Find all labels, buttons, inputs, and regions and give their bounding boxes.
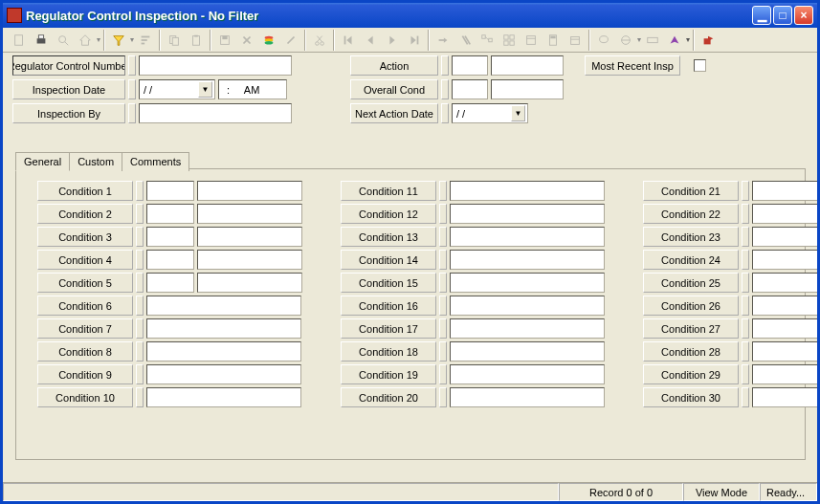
condition-label[interactable]: Condition 19 [341, 364, 436, 384]
condition-input[interactable] [450, 181, 605, 201]
condition-label[interactable]: Condition 5 [37, 273, 133, 293]
grip[interactable] [742, 273, 749, 293]
next-icon[interactable] [382, 30, 403, 51]
grip[interactable] [439, 273, 447, 293]
condition-label[interactable]: Condition 8 [37, 341, 133, 362]
grip[interactable] [136, 204, 144, 224]
condition-input[interactable] [450, 387, 605, 407]
calc-icon[interactable] [543, 30, 564, 51]
condition-input[interactable] [450, 204, 605, 224]
condition-label[interactable]: Condition 30 [643, 387, 739, 407]
condition-label[interactable]: Condition 4 [37, 250, 133, 270]
condition-label[interactable]: Condition 11 [341, 181, 436, 201]
condition-input[interactable] [752, 364, 819, 384]
form-icon[interactable] [521, 30, 542, 51]
copy-icon[interactable] [164, 30, 185, 51]
condition-input[interactable] [752, 250, 819, 270]
grip[interactable] [742, 204, 749, 224]
keyboard-icon[interactable] [642, 30, 663, 51]
condition-extra[interactable] [197, 273, 302, 293]
inspection-date-input[interactable]: / / ▼ [139, 79, 215, 99]
grip[interactable] [136, 364, 144, 384]
condition-input[interactable] [450, 227, 605, 247]
grip[interactable] [128, 55, 136, 76]
grip[interactable] [742, 296, 749, 316]
inspection-time-input[interactable] [218, 79, 287, 99]
grip[interactable] [136, 227, 144, 247]
condition-input[interactable] [752, 387, 819, 407]
tab-general[interactable]: General [15, 152, 70, 171]
reg-ctrl-number-label[interactable]: Regulator Control Number [12, 55, 125, 76]
condition-extra[interactable] [197, 204, 302, 224]
maximize-button[interactable]: □ [773, 6, 792, 25]
condition-extra[interactable] [197, 181, 302, 201]
condition-input[interactable] [146, 341, 301, 362]
condition-label[interactable]: Condition 27 [643, 318, 739, 339]
tab-custom[interactable]: Custom [69, 152, 122, 171]
grip[interactable] [439, 341, 447, 362]
close-button[interactable]: × [794, 6, 813, 25]
condition-input[interactable] [752, 181, 819, 201]
chat-icon[interactable] [593, 30, 614, 51]
action-text-input[interactable] [491, 55, 564, 76]
grip[interactable] [136, 341, 144, 362]
condition-label[interactable]: Condition 13 [341, 227, 436, 247]
save-icon[interactable] [214, 30, 235, 51]
grip[interactable] [441, 55, 449, 76]
condition-input[interactable] [146, 204, 194, 224]
condition-label[interactable]: Condition 16 [341, 296, 436, 316]
grip[interactable] [136, 387, 144, 407]
grip[interactable] [136, 296, 144, 316]
next-action-date-label[interactable]: Next Action Date [350, 103, 438, 123]
chevron-down-icon[interactable]: ▼ [511, 105, 525, 121]
condition-input[interactable] [146, 318, 301, 339]
goto-icon[interactable] [432, 30, 454, 51]
layers-icon[interactable] [258, 30, 279, 51]
condition-label[interactable]: Condition 22 [643, 204, 739, 224]
condition-input[interactable] [450, 341, 605, 362]
next-action-date-input[interactable]: / / ▼ [452, 103, 528, 123]
condition-label[interactable]: Condition 24 [643, 250, 739, 270]
paste-icon[interactable] [186, 30, 207, 51]
delete-icon[interactable] [236, 30, 257, 51]
condition-input[interactable] [752, 296, 819, 316]
grip[interactable] [742, 364, 749, 384]
grip[interactable] [742, 341, 749, 362]
condition-input[interactable] [450, 318, 605, 339]
minimize-button[interactable]: ▁ [752, 6, 771, 25]
condition-label[interactable]: Condition 6 [37, 296, 133, 316]
condition-label[interactable]: Condition 21 [643, 181, 739, 201]
condition-label[interactable]: Condition 25 [643, 273, 739, 293]
grip[interactable] [742, 181, 749, 201]
condition-input[interactable] [146, 250, 194, 270]
condition-label[interactable]: Condition 1 [37, 181, 133, 201]
grip[interactable] [742, 318, 749, 339]
grip[interactable] [441, 103, 449, 123]
condition-label[interactable]: Condition 2 [37, 204, 133, 224]
condition-label[interactable]: Condition 29 [643, 364, 739, 384]
condition-input[interactable] [146, 364, 301, 384]
condition-label[interactable]: Condition 28 [643, 341, 739, 362]
reg-ctrl-number-input[interactable] [139, 55, 292, 76]
inspection-by-input[interactable] [139, 103, 292, 123]
condition-label[interactable]: Condition 17 [341, 318, 436, 339]
sort-icon[interactable] [135, 30, 156, 51]
condition-input[interactable] [752, 204, 819, 224]
grid-icon[interactable] [499, 30, 520, 51]
filter-icon[interactable] [108, 30, 129, 51]
most-recent-insp-checkbox[interactable] [694, 59, 706, 72]
exit-icon[interactable] [698, 30, 719, 51]
action-label[interactable]: Action [350, 55, 438, 76]
grip[interactable] [136, 273, 144, 293]
edit-icon[interactable] [280, 30, 301, 51]
home-icon[interactable] [75, 30, 96, 51]
overall-cond-label[interactable]: Overall Cond [350, 79, 438, 99]
condition-extra[interactable] [197, 227, 302, 247]
overall-cond-code-input[interactable] [452, 79, 488, 99]
condition-extra[interactable] [197, 250, 302, 270]
condition-label[interactable]: Condition 3 [37, 227, 133, 247]
condition-input[interactable] [146, 273, 194, 293]
grip[interactable] [441, 79, 449, 99]
overall-cond-text-input[interactable] [491, 79, 564, 99]
grip[interactable] [136, 181, 144, 201]
